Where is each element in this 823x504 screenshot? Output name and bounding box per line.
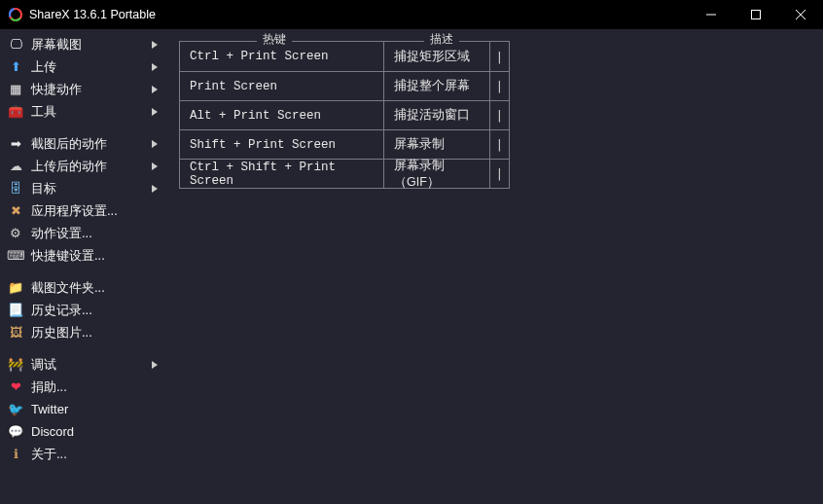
chevron-right-icon xyxy=(152,140,158,148)
hotkey-row: Alt + Print Screen捕捉活动窗口| xyxy=(180,100,509,129)
sidebar-item-upload[interactable]: ⬆上传 xyxy=(0,55,163,78)
sidebar-item-shortcut-actions[interactable]: ▦快捷动作 xyxy=(0,78,163,100)
sidebar-item-label: 应用程序设置... xyxy=(31,202,158,220)
sidebar-item-screenshot[interactable]: 🖵屏幕截图 xyxy=(0,33,163,55)
sidebar: 🖵屏幕截图⬆上传▦快捷动作🧰工具➡截图后的动作☁上传后的动作🗄目标✖应用程序设置… xyxy=(0,29,163,504)
hotkey-key[interactable]: Ctrl + Shift + Print Screen xyxy=(180,160,384,188)
after-upload-icon: ☁ xyxy=(8,159,23,174)
sidebar-item-discord[interactable]: 💬Discord xyxy=(0,420,163,443)
sidebar-item-destinations[interactable]: 🗄目标 xyxy=(0,177,163,199)
donate-icon: ❤ xyxy=(8,379,23,395)
window-controls xyxy=(689,0,823,29)
sidebar-item-label: Discord xyxy=(31,424,158,439)
debug-icon: 🚧 xyxy=(8,357,23,373)
sidebar-item-donate[interactable]: ❤捐助... xyxy=(0,376,163,398)
hotkey-settings-icon: ⌨ xyxy=(8,248,23,264)
sidebar-item-tools[interactable]: 🧰工具 xyxy=(0,100,163,123)
hotkey-list: Ctrl + Print Screen捕捉矩形区域|Print Screen捕捉… xyxy=(179,41,510,189)
hotkey-desc[interactable]: 捕捉活动窗口 xyxy=(384,101,489,129)
sidebar-item-label: 历史图片... xyxy=(31,324,158,342)
minimize-button[interactable] xyxy=(689,0,734,29)
hotkey-row: Shift + Print Screen屏幕录制| xyxy=(180,129,509,159)
hotkey-edit-button[interactable]: | xyxy=(489,42,509,71)
sidebar-item-task-settings[interactable]: ⚙动作设置... xyxy=(0,222,163,244)
close-button[interactable] xyxy=(778,0,823,29)
sidebar-item-twitter[interactable]: 🐦Twitter xyxy=(0,398,163,420)
window-title: ShareX 13.6.1 Portable xyxy=(29,8,156,21)
tools-icon: 🧰 xyxy=(8,104,23,120)
sidebar-item-debug[interactable]: 🚧调试 xyxy=(0,353,163,376)
screenshots-folder-icon: 📁 xyxy=(8,280,23,296)
sidebar-item-label: Twitter xyxy=(31,402,158,416)
hotkey-key[interactable]: Print Screen xyxy=(180,72,384,100)
hotkey-desc[interactable]: 屏幕录制 xyxy=(384,130,489,159)
sidebar-item-label: 上传后的动作 xyxy=(31,158,152,175)
task-settings-icon: ⚙ xyxy=(8,226,23,241)
chevron-right-icon xyxy=(152,162,158,170)
hotkey-desc[interactable]: 捕捉整个屏幕 xyxy=(384,72,489,100)
hotkey-key[interactable]: Shift + Print Screen xyxy=(180,130,384,159)
sidebar-item-label: 目标 xyxy=(31,180,152,198)
destinations-icon: 🗄 xyxy=(8,181,23,197)
hotkey-panel: 热键 描述 Ctrl + Print Screen捕捉矩形区域|Print Sc… xyxy=(179,41,510,189)
sidebar-item-app-settings[interactable]: ✖应用程序设置... xyxy=(0,199,163,222)
sidebar-item-label: 截图文件夹... xyxy=(31,279,158,297)
hotkey-row: Ctrl + Print Screen捕捉矩形区域| xyxy=(180,42,509,71)
chevron-right-icon xyxy=(152,86,158,93)
sidebar-item-label: 历史记录... xyxy=(31,302,158,319)
about-icon: ℹ xyxy=(8,447,23,462)
sidebar-item-after-capture[interactable]: ➡截图后的动作 xyxy=(0,132,163,155)
sidebar-item-label: 关于... xyxy=(31,446,158,463)
sidebar-item-label: 工具 xyxy=(31,103,152,121)
discord-icon: 💬 xyxy=(8,424,23,440)
sidebar-item-label: 捐助... xyxy=(31,378,158,396)
hotkey-key[interactable]: Alt + Print Screen xyxy=(180,101,384,129)
hotkey-row: Ctrl + Shift + Print Screen屏幕录制（GIF）| xyxy=(180,159,509,188)
sidebar-item-label: 屏幕截图 xyxy=(31,36,152,54)
sidebar-item-label: 上传 xyxy=(31,58,152,76)
hotkey-key[interactable]: Ctrl + Print Screen xyxy=(180,42,384,71)
hotkey-desc[interactable]: 屏幕录制（GIF） xyxy=(384,160,489,188)
upload-icon: ⬆ xyxy=(8,59,23,75)
chevron-right-icon xyxy=(152,41,158,49)
maximize-button[interactable] xyxy=(734,0,778,29)
sidebar-item-label: 动作设置... xyxy=(31,225,158,242)
history-icon: 📃 xyxy=(8,303,23,318)
screenshot-icon: 🖵 xyxy=(8,37,23,53)
sidebar-item-after-upload[interactable]: ☁上传后的动作 xyxy=(0,155,163,177)
shortcut-actions-icon: ▦ xyxy=(8,82,23,97)
sidebar-item-label: 快捷键设置... xyxy=(31,247,158,265)
sidebar-item-label: 调试 xyxy=(31,356,152,374)
app-icon xyxy=(8,7,23,22)
sidebar-item-history[interactable]: 📃历史记录... xyxy=(0,299,163,321)
image-history-icon: 🖼 xyxy=(8,325,23,341)
sidebar-item-label: 快捷动作 xyxy=(31,81,152,98)
sidebar-item-label: 截图后的动作 xyxy=(31,135,152,153)
twitter-icon: 🐦 xyxy=(8,402,23,417)
chevron-right-icon xyxy=(152,361,158,369)
main-area: 热键 描述 Ctrl + Print Screen捕捉矩形区域|Print Sc… xyxy=(163,29,823,504)
sidebar-item-hotkey-settings[interactable]: ⌨快捷键设置... xyxy=(0,244,163,267)
chevron-right-icon xyxy=(152,108,158,116)
sidebar-item-image-history[interactable]: 🖼历史图片... xyxy=(0,321,163,343)
app-settings-icon: ✖ xyxy=(8,203,23,219)
after-capture-icon: ➡ xyxy=(8,136,23,152)
sidebar-item-screenshots-folder[interactable]: 📁截图文件夹... xyxy=(0,276,163,299)
sidebar-item-about[interactable]: ℹ关于... xyxy=(0,443,163,465)
hotkey-desc[interactable]: 捕捉矩形区域 xyxy=(384,42,489,71)
hotkey-row: Print Screen捕捉整个屏幕| xyxy=(180,71,509,100)
svg-rect-3 xyxy=(752,11,761,19)
titlebar: ShareX 13.6.1 Portable xyxy=(0,0,823,29)
chevron-right-icon xyxy=(152,185,158,193)
hotkey-edit-button[interactable]: | xyxy=(489,130,509,159)
chevron-right-icon xyxy=(152,63,158,71)
hotkey-edit-button[interactable]: | xyxy=(489,101,509,129)
hotkey-edit-button[interactable]: | xyxy=(489,72,509,100)
hotkey-edit-button[interactable]: | xyxy=(489,160,509,188)
